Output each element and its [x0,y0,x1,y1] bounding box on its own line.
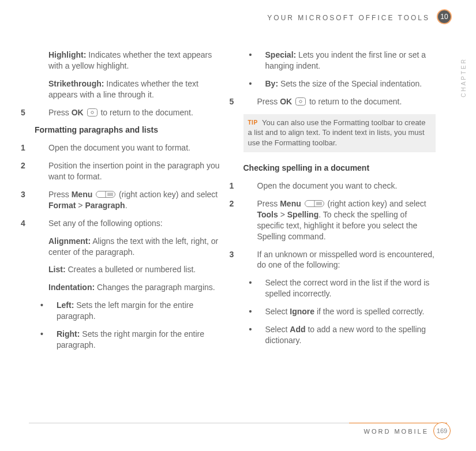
ok-key-icon [295,97,306,106]
heading-formatting-paragraphs: Formatting paragraphs and lists [35,125,227,136]
bullet-icon: • [249,78,257,89]
bullet-icon: • [40,329,48,340]
header-title: YOUR MICROSOFT OFFICE TOOLS [267,13,430,22]
heading-checking-spelling: Checking spelling in a document [243,163,436,174]
tip-text: You can also use the Formatting toolbar … [248,118,426,147]
cs-step-2-a: Press [257,199,280,208]
page-number-badge: 169 [433,422,451,439]
label-menu: Menu [72,190,93,199]
bullet-icon: • [249,306,257,317]
term-right: Right: [57,329,80,339]
cs-bullet-1: • Select the correct word in the list if… [243,277,436,299]
left-column: Highlight: Indicates whether the text ap… [35,50,227,411]
bullet-icon: • [40,300,48,311]
fp-step-2-text: Position the insertion point in the para… [48,161,220,181]
svg-rect-0 [87,108,97,116]
text-list: Creates a bulleted or numbered list. [66,265,196,274]
step-number: 5 [230,96,243,107]
label-add: Add [290,325,305,334]
term-list: List: [48,265,66,274]
text-by: Sets the size of the Special indentation… [278,79,422,88]
step-number: 4 [21,218,35,229]
option-highlight: Highlight: Indicates whether the text ap… [35,50,227,72]
content-columns: Highlight: Indicates whether the text ap… [35,50,436,411]
tip-label: TIP [248,119,258,126]
label-ignore: Ignore [290,307,314,316]
chapter-number-badge: 10 [437,9,452,24]
step-number: 1 [230,181,243,191]
cs-b1-text: Select the correct word in the list if t… [265,278,430,298]
label-ok: OK [280,97,292,106]
fp-step-4: 4 Set any of the following options: [35,218,227,229]
text-left: Sets the left margin for the entire para… [57,300,193,321]
action-key-icon [305,200,324,207]
bullet-icon: • [249,324,257,335]
label-spelling: Spelling [287,210,318,219]
fp-step-1-text: Open the document you want to format. [48,143,190,152]
bullet-icon: • [249,50,257,61]
step-number: 3 [230,249,243,260]
step-number: 2 [230,198,243,209]
right-column: • Special: Lets you indent the first lin… [243,50,436,411]
fp-step-4-text: Set any of the following options: [48,219,163,228]
step-5-text-a: Press [48,108,72,117]
option-special: • Special: Lets you indent the first lin… [243,50,436,72]
cs-step-3: 3 If an unknown or misspelled word is en… [243,249,436,271]
cs-step-3-text: If an unknown or misspelled word is enco… [257,250,434,270]
label-menu: Menu [280,199,301,208]
option-right: • Right: Sets the right margin for the e… [35,329,227,351]
label-tools: Tools [257,210,278,219]
option-by: • By: Sets the size of the Special inden… [243,78,436,89]
cs-step-1-text: Open the document you want to check. [257,181,398,190]
label-ok: OK [72,108,84,117]
action-key-icon [96,191,115,198]
page-header: YOUR MICROSOFT OFFICE TOOLS 10 [29,12,452,24]
cs-b3-a: Select [265,325,290,334]
term-special: Special: [265,50,297,59]
term-left: Left: [57,300,74,310]
svg-rect-7 [296,97,306,105]
fp-step-1: 1 Open the document you want to format. [35,142,227,153]
cs-step-2: 2 Press Menu (right action key) and sele… [243,198,436,242]
term-indentation: Indentation: [48,283,95,292]
bullet-icon: • [249,277,257,288]
term-by: By: [265,79,279,88]
cs-b2-a: Select [265,307,290,316]
footer-rule [29,423,447,423]
sep-gt: > [278,210,287,219]
step-5r-a: Press [257,97,280,106]
term-alignment: Alignment: [48,236,91,246]
label-paragraph: Paragraph [85,201,125,210]
step-number: 3 [21,189,35,200]
fp-step-2: 2 Position the insertion point in the pa… [35,160,227,182]
cs-step-1: 1 Open the document you want to check. [243,181,436,191]
option-list: List: Creates a bulleted or numbered lis… [35,264,227,275]
option-strikethrough: Strikethrough: Indicates whether the tex… [35,78,227,100]
label-format: Format [48,201,76,210]
chapter-side-label: CHAPTER [460,58,468,97]
tip-callout: TIP You can also use the Formatting tool… [243,114,436,153]
step-5-text-b: to return to the document. [100,108,193,117]
step-number: 5 [21,107,35,118]
fp-step-3: 3 Press Menu (right action key) and sele… [35,189,227,211]
step-5r-b: to return to the document. [309,97,402,106]
term-highlight: Highlight: [48,50,86,59]
step-number: 2 [21,160,35,171]
option-indentation: Indentation: Changes the paragraph margi… [35,282,227,293]
cs-bullet-3: • Select Add to add a new word to the sp… [243,324,436,346]
step-number: 1 [21,142,35,153]
sep-gt: > [76,201,85,210]
step-5-right: 5 Press OK to return to the document. [243,96,436,107]
cs-bullet-2: • Select Ignore if the word is spelled c… [243,306,436,317]
text-indentation: Changes the paragraph margins. [95,283,215,292]
fp-step-3-end: . [125,201,128,210]
option-left: • Left: Sets the left margin for the ent… [35,300,227,322]
term-strikethrough: Strikethrough: [48,79,104,88]
fp-step-3-b: (right action key) and select [119,190,218,199]
footer-section-label: WORD MOBILE [364,427,429,436]
option-alignment: Alignment: Aligns the text with the left… [35,236,227,258]
cs-step-2-b: (right action key) and select [328,199,426,208]
ok-key-icon [87,108,98,116]
cs-b2-b: if the word is spelled correctly. [314,307,424,316]
fp-step-3-a: Press [48,190,72,199]
